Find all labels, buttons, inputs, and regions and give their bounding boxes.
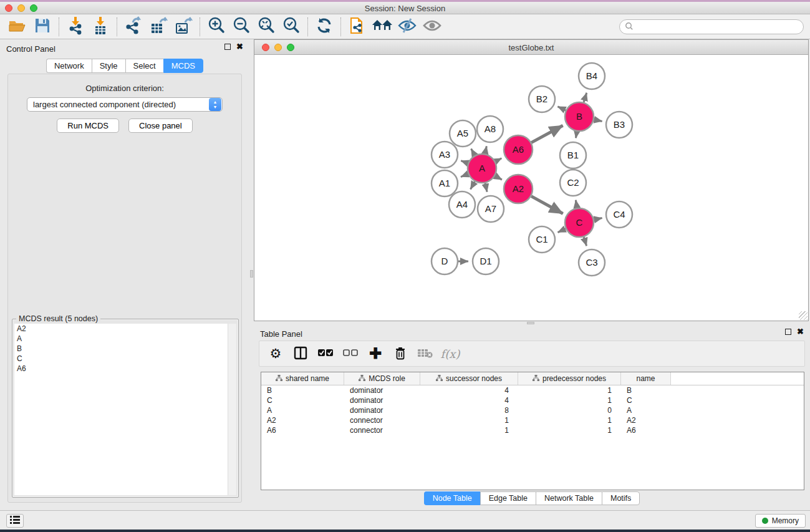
edge-A-A8[interactable] (485, 146, 486, 153)
close-table-panel-icon[interactable]: ✖ (797, 329, 804, 335)
split-handle[interactable] (250, 270, 253, 278)
edge-A-A3[interactable] (461, 161, 468, 163)
table-row[interactable]: Adominator80A (261, 405, 804, 415)
open-session-button[interactable] (5, 16, 30, 37)
select-all-button[interactable] (317, 345, 334, 362)
cell[interactable]: 1 (518, 396, 621, 405)
close-panel-button[interactable]: Close panel (128, 118, 193, 133)
task-history-button[interactable] (6, 514, 24, 528)
zoom-fit-button[interactable] (254, 16, 279, 37)
cell[interactable]: C (261, 396, 344, 405)
delete-column-button[interactable] (392, 345, 409, 362)
memory-button[interactable]: Memory (755, 514, 806, 528)
result-scrollbar[interactable] (228, 324, 236, 495)
column-header-shared-name[interactable]: shared name (261, 372, 344, 385)
search-input[interactable] (634, 21, 803, 33)
float-table-panel-icon[interactable] (785, 329, 791, 335)
cell[interactable]: 1 (518, 416, 621, 425)
add-column-button[interactable]: ✚ (367, 345, 384, 362)
edge-B-B4[interactable] (584, 93, 587, 102)
titlebar[interactable]: Session: New Session (0, 2, 810, 14)
import-table-button[interactable] (88, 16, 113, 37)
deselect-all-button[interactable] (342, 345, 359, 362)
result-item[interactable]: C (14, 354, 228, 364)
first-neighbors-button[interactable] (370, 16, 395, 37)
network-from-selection-button[interactable] (345, 16, 370, 37)
tab-style[interactable]: Style (92, 59, 125, 73)
column-header-predecessor-nodes[interactable]: predecessor nodes (518, 372, 621, 385)
cell[interactable]: 1 (420, 416, 518, 425)
edge-B-B1[interactable] (576, 132, 577, 138)
import-network-button[interactable] (63, 16, 88, 37)
hide-selected-button[interactable] (395, 16, 420, 37)
cell[interactable]: dominator (344, 396, 420, 405)
cell[interactable]: connector (344, 426, 420, 435)
edge-C-C1[interactable] (558, 229, 566, 233)
vertical-split-divider[interactable] (249, 39, 254, 510)
table-row[interactable]: A6connector11A6 (261, 425, 804, 435)
show-all-button[interactable] (420, 16, 445, 37)
cell[interactable]: B (621, 386, 671, 395)
export-table-button[interactable] (146, 16, 171, 37)
cell[interactable]: A (621, 406, 671, 415)
network-canvas[interactable]: B4B2BB3A5A8A6A3B1AA1C2A2A4A7C4CC1DD1C3 (255, 56, 808, 321)
cell[interactable]: dominator (344, 406, 420, 415)
zoom-out-button[interactable] (229, 16, 254, 37)
edge-C-C4[interactable] (594, 218, 602, 220)
delete-table-button[interactable] (417, 345, 434, 362)
function-builder-button[interactable]: f(x) (441, 345, 459, 362)
search-field[interactable] (619, 19, 804, 34)
cell[interactable]: 1 (518, 426, 621, 435)
toggle-column-button[interactable] (292, 345, 309, 362)
tab-motifs[interactable]: Motifs (602, 491, 640, 505)
mcds-result-list[interactable]: A2ABCA6 (14, 324, 228, 495)
tab-node-table[interactable]: Node Table (424, 491, 480, 505)
tab-mcds[interactable]: MCDS (163, 59, 203, 73)
edge-A-A6[interactable] (495, 158, 501, 162)
result-item[interactable]: A (14, 334, 228, 344)
edge-A-A4[interactable] (471, 181, 475, 189)
cell[interactable]: A6 (261, 426, 344, 435)
tab-network-table[interactable]: Network Table (536, 491, 602, 505)
edge-B-B2[interactable] (557, 107, 566, 110)
tab-edge-table[interactable]: Edge Table (480, 491, 536, 505)
column-header-MCDS-role[interactable]: MCDS role (344, 372, 420, 385)
tab-select[interactable]: Select (125, 59, 163, 73)
result-item[interactable]: A6 (14, 364, 228, 374)
edge-A-A5[interactable] (471, 148, 475, 155)
network-window-titlebar[interactable]: testGlobe.txt (254, 40, 808, 55)
result-item[interactable]: B (14, 344, 228, 354)
cell[interactable]: 4 (420, 386, 518, 395)
cell[interactable]: 4 (420, 396, 518, 405)
cell[interactable]: 1 (518, 386, 621, 395)
cell[interactable]: A2 (621, 416, 671, 425)
export-network-button[interactable] (121, 16, 146, 37)
edge-C-C2[interactable] (576, 200, 577, 208)
float-panel-icon[interactable] (224, 44, 231, 50)
refresh-view-button[interactable] (312, 16, 337, 37)
edge-B-B3[interactable] (594, 120, 602, 122)
edge-C-C3[interactable] (584, 237, 586, 246)
cell[interactable]: A (261, 406, 344, 415)
edge-A-A1[interactable] (461, 174, 468, 177)
cell[interactable]: dominator (344, 386, 420, 395)
table-row[interactable]: Cdominator41C (261, 395, 804, 405)
run-mcds-button[interactable]: Run MCDS (57, 118, 119, 133)
cell[interactable]: C (621, 396, 671, 405)
edge-A-A2[interactable] (495, 176, 502, 180)
edge-A2-C[interactable] (531, 196, 563, 214)
criterion-select[interactable]: largest connected component (directed) ▲… (27, 97, 223, 112)
cell[interactable]: A6 (621, 426, 671, 435)
table-row[interactable]: A2connector11A2 (261, 415, 804, 425)
cell[interactable]: 0 (518, 406, 621, 415)
edge-A-A7[interactable] (485, 183, 487, 191)
cell[interactable]: 8 (420, 406, 518, 415)
edge-A6-B[interactable] (531, 125, 563, 142)
column-header-successor-nodes[interactable]: successor nodes (420, 372, 518, 385)
column-header-name[interactable]: name (621, 372, 671, 385)
zoom-selected-button[interactable] (279, 16, 304, 37)
cell[interactable]: A2 (261, 416, 344, 425)
resize-grip[interactable] (799, 311, 808, 320)
table-settings-button[interactable]: ⚙ (267, 345, 284, 362)
cell[interactable]: B (261, 386, 344, 395)
